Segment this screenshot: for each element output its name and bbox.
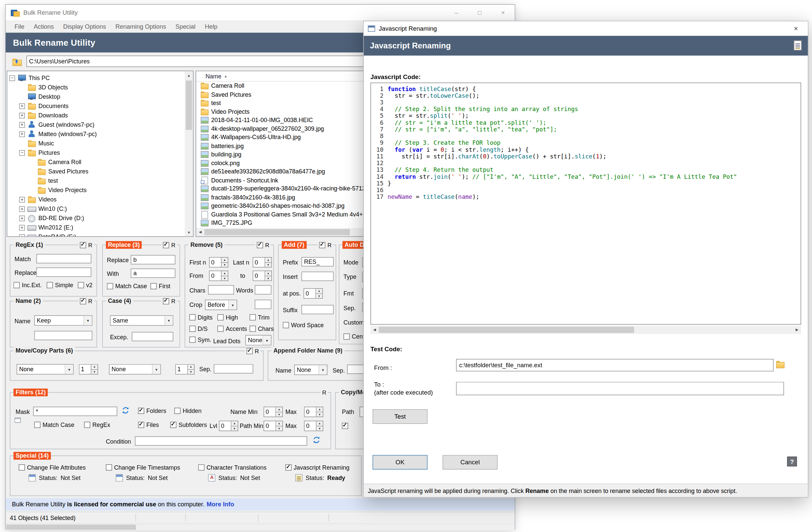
code-editor[interactable]: 1function titleCase(str) {2 str = str.to… [371,83,801,325]
name-enable-checkbox[interactable] [80,298,86,305]
spinner-down-icon[interactable]: ▼ [316,294,322,299]
spinner-up-icon[interactable]: ▲ [276,421,282,426]
add-word-space-checkbox[interactable]: Word Space [283,322,324,328]
copymove-checkbox[interactable] [342,423,348,429]
remove-enable-checkbox[interactable] [257,242,263,249]
add-reset-button[interactable]: R [328,242,332,249]
remove-firstn-spinner[interactable]: 0▲▼ [209,257,229,267]
scroll-down-icon[interactable]: ▼ [185,228,193,237]
movecopy-from-spinner[interactable]: 1▲▼ [79,364,98,375]
collapse-icon[interactable]: − [9,75,15,81]
movecopy-sep-input[interactable] [214,364,253,374]
filters-reset-button[interactable]: R [322,390,326,396]
movecopy-from-select[interactable]: None▼ [17,364,74,375]
spinner-up-icon[interactable]: ▲ [265,270,272,276]
filters-match-case-checkbox[interactable]: Match Case [34,422,74,428]
regex-simple-checkbox[interactable]: Simple [47,282,73,289]
tree-item-3d-objects[interactable]: 3D Objects [7,83,184,92]
test-button[interactable]: Test [373,409,427,424]
tree-vertical-scrollbar[interactable]: ▲ ▼ [185,71,193,236]
spinner-down-icon[interactable]: ▼ [317,426,323,431]
case-reset-button[interactable]: R [171,298,175,305]
expand-icon[interactable]: + [19,224,25,230]
change-file-attributes-checkbox[interactable]: Change File Attributes [19,464,86,471]
tree-item-documents[interactable]: +Documents [7,101,184,111]
remove-chars2-checkbox[interactable]: Chars [249,325,274,332]
remove-sym-checkbox[interactable]: Sym. [189,337,211,343]
spinner-down-icon[interactable]: ▼ [221,276,228,281]
filters-subfolders-checkbox[interactable]: Subfolders [170,422,207,428]
movecopy-to-spinner[interactable]: 1▲▼ [175,364,194,375]
cancel-button[interactable]: Cancel [443,455,497,470]
help-button[interactable]: ? [787,457,797,467]
spinner-down-icon[interactable]: ▼ [265,276,272,281]
spinner-down-icon[interactable]: ▼ [276,426,282,431]
scroll-thumb[interactable] [6,525,136,530]
remove-chars-input[interactable] [208,285,234,295]
menu-help[interactable]: Help [200,23,222,30]
spinner-up-icon[interactable]: ▲ [317,421,323,426]
tree-item-saved-pictures[interactable]: Saved Pictures [7,167,184,176]
filters-name-max-spinner[interactable]: 0▲▼ [304,407,323,417]
tree-item-dataraid-f[interactable]: +DataRAID (F:) [7,232,184,236]
name-input[interactable] [34,331,92,340]
spinner-down-icon[interactable]: ▼ [265,263,272,267]
menu-file[interactable]: File [10,23,29,30]
spinner-down-icon[interactable]: ▼ [91,369,98,375]
append-name-select[interactable]: None▼ [294,365,328,375]
change-file-timestamps-checkbox[interactable]: Change File Timestamps [106,464,180,471]
spinner-up-icon[interactable]: ▲ [317,407,323,412]
expand-icon[interactable]: + [19,206,25,211]
regex-reset-button[interactable]: R [88,242,92,249]
name-column-header[interactable]: Name ▲ [206,73,228,79]
filters-hidden-checkbox[interactable]: Hidden [174,408,202,414]
tree-item-videos[interactable]: +Videos [7,195,184,204]
spinner-up-icon[interactable]: ▲ [91,364,98,369]
bottom-horizontal-scrollbar[interactable] [6,524,515,530]
add-insert-input[interactable] [302,271,334,281]
spinner-up-icon[interactable]: ▲ [221,270,228,276]
filters-mask-input[interactable]: * [33,407,117,416]
remove-accents-checkbox[interactable]: Accents [217,325,247,332]
filters-regex-checkbox[interactable]: RegEx [84,422,110,428]
tree-item-this-pc[interactable]: −This PC [7,73,184,83]
spinner-up-icon[interactable]: ▲ [276,407,282,412]
scroll-left-icon[interactable]: ◀ [371,325,379,334]
filters-folders-checkbox[interactable]: Folders [138,408,166,414]
minimize-button[interactable]: – [445,5,468,20]
scroll-up-icon[interactable]: ▲ [185,71,193,79]
movecopy-to-select[interactable]: None▼ [109,364,161,375]
refresh-icon[interactable] [121,406,130,417]
scroll-thumb[interactable] [205,229,350,236]
expand-icon[interactable]: + [19,215,25,221]
remove-digits-checkbox[interactable]: Digits [189,314,213,321]
maximize-button[interactable]: □ [468,5,492,20]
replace-with-input[interactable]: a [131,268,175,278]
tree-item-test[interactable]: test [7,176,184,185]
test-from-input[interactable]: c:\testfolder\test_file_name.ext [456,359,774,371]
case-select[interactable]: Same▼ [110,315,173,325]
case-excep-input[interactable] [132,332,174,341]
spinner-down-icon[interactable]: ▼ [276,412,282,417]
case-enable-checkbox[interactable] [163,298,169,305]
remove-trim-checkbox[interactable]: Trim [249,314,270,321]
tree-item-win10-c[interactable]: +Win10 (C:) [7,204,184,213]
spinner-down-icon[interactable]: ▼ [188,369,194,375]
regex-incext-checkbox[interactable]: Inc.Ext. [13,282,42,289]
spinner-up-icon[interactable]: ▲ [221,257,228,263]
expand-icon[interactable]: + [19,103,25,109]
tree-item-matteo-windows7-pc[interactable]: +Matteo (windows7-pc) [7,129,184,139]
remove-lastn-spinner[interactable]: 0▲▼ [252,257,272,267]
filters-condition-input[interactable] [135,436,307,446]
refresh-icon[interactable] [312,436,320,446]
mask-helper-icon[interactable] [15,418,21,423]
menu-actions[interactable]: Actions [29,23,58,30]
spinner-down-icon[interactable]: ▼ [232,426,238,431]
add-enable-checkbox[interactable] [319,242,325,249]
expand-icon[interactable]: + [19,122,25,127]
regex-replace-input[interactable] [36,267,91,277]
expand-icon[interactable]: + [19,131,25,137]
remove-leaddots-select[interactable]: None▼ [246,335,272,345]
tree-item-video-projects[interactable]: Video Projects [7,185,184,195]
script-file-icon[interactable] [794,40,802,50]
